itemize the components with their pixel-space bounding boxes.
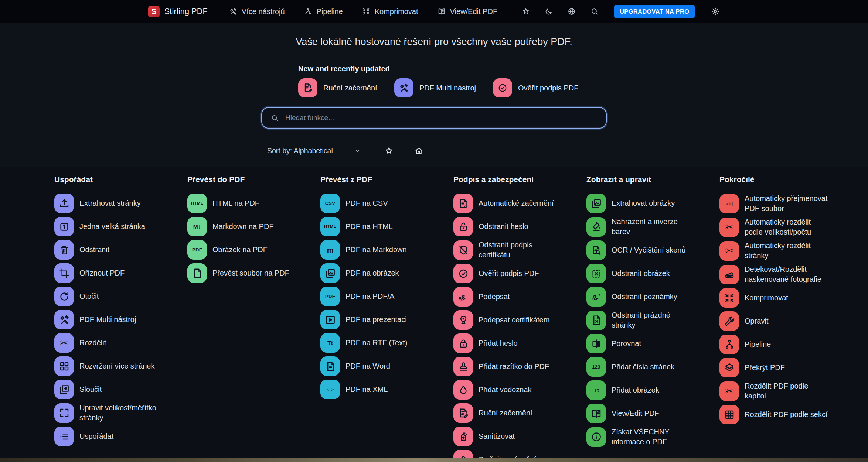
tool-item-ocr-cleanup[interactable]: OCR / Vyčištění skenů [586,240,719,260]
tool-item-detect-split-scans[interactable]: Detekovat/Rozdělit naskenované fotografi… [719,264,852,284]
nav-item-compress[interactable]: Komprimovat [362,7,418,16]
tool-item-add-watermark[interactable]: Přidat vodoznak [453,380,586,400]
tool-item-compress[interactable]: Komprimovat [719,288,852,308]
tool-item-verify-signature[interactable]: Ověřit podpis PDF [453,264,586,283]
featured-verify-signature[interactable]: Ověřit podpis PDF [493,78,578,97]
tool-item-add-page-numbers[interactable]: 123Přidat čísla stránek [586,357,719,377]
merge-icon [54,380,74,399]
moon-icon[interactable] [545,7,553,16]
tool-item-pdf-to-pdfa[interactable]: PDFPDF na PDF/A [320,287,453,306]
tool-item-add-stamp[interactable]: Přidat razítko do PDF [453,357,586,376]
tool-item-crop-pdf[interactable]: Oříznout PDF [54,263,187,283]
tool-item-add-password[interactable]: Přidat heslo [453,333,586,353]
tool-item-merge[interactable]: Sloučit [54,380,187,399]
tool-item-remove-image[interactable]: Odstranit obrázek [586,264,719,283]
tool-item-remove-annotations[interactable]: Odstranit poznámky [586,287,719,307]
tool-label: Automaticky rozdělit podle velikosti/poč… [745,217,829,237]
tool-item-view-edit-pdf[interactable]: View/Edit PDF [586,404,719,423]
star-icon[interactable] [522,7,530,16]
pdf-to-csv-icon: CSV [320,194,340,213]
tool-item-manual-redact[interactable]: Ruční začernění [453,403,586,423]
tool-item-compare[interactable]: Porovnat [586,334,719,353]
remove-password-icon [453,217,473,236]
tool-item-overlay-pdf[interactable]: Překrýt PDF [719,358,852,377]
tool-item-pdf-to-image[interactable]: PDF na obrázek [320,263,453,283]
tool-item-pipeline[interactable]: Pipeline [719,335,852,354]
gear-icon[interactable] [711,7,720,16]
tool-item-split-by-chapters[interactable]: ✂Rozdělit PDF podle kapitol [719,381,852,401]
tool-item-auto-split-by-size[interactable]: ✂Automaticky rozdělit podle velikosti/po… [719,217,852,237]
tool-item-auto-redact[interactable]: AAutomatické začernění [453,194,586,213]
tool-item-remove-cert-signature[interactable]: Odstranit podpis certifikátu [453,240,586,260]
tool-item-remove-blank-pages[interactable]: Odstranit prázdné stránky [586,310,719,330]
tool-item-get-all-pdf-info[interactable]: Získat VŠECHNY informace o PDF [586,427,719,447]
tool-item-multi-page-layout[interactable]: Rozvržení více stránek [54,356,187,376]
column-title: Převést z PDF [320,175,453,184]
chevron-down-icon[interactable] [354,148,361,154]
single-large-page-icon [54,217,74,236]
nav-item-tools[interactable]: Více nástrojů [229,7,285,16]
nav-icon-buttons [522,7,599,16]
column-pokro-il-: Pokročiléab|Automaticky přejmenovat PDF … [719,175,852,462]
tool-item-multi-tool[interactable]: PDF Multi nástroj [54,310,187,329]
tool-item-sign-with-certificate[interactable]: Podepsat certifikátem [453,310,586,330]
auto-split-by-size-icon: ✂ [719,218,739,237]
brand[interactable]: S Stirling PDF [148,6,208,17]
tool-item-sanitize[interactable]: Sanitizovat [453,427,586,446]
manual-redact-icon [453,403,473,423]
tool-item-pdf-to-xml[interactable]: < >PDF na XML [320,380,453,399]
tools-glyph [399,83,409,93]
tool-item-sign[interactable]: Podepsat [453,287,586,307]
tool-label: Převést soubor na PDF [212,268,289,278]
merge-glyph [59,384,70,395]
tool-item-html-to-pdf[interactable]: HTMLHTML na PDF [187,194,320,213]
favorites-star-icon[interactable] [384,146,394,155]
tool-item-add-image[interactable]: TtPřidat obrázek [586,380,719,400]
upgrade-pro-button[interactable]: UPGRADOVAT NA PRO [614,5,695,18]
tool-item-organize[interactable]: Uspořádat [54,427,187,446]
tool-item-single-large-page[interactable]: Jedna velká stránka [54,217,187,236]
tool-item-pdf-to-markdown[interactable]: mPDF na Markdown [320,240,453,260]
search-input[interactable] [285,113,597,122]
tool-item-extract-pages[interactable]: Extrahovat stránky [54,194,187,213]
tool-item-adjust-page-scale[interactable]: Upravit velikost/měřítko stránky [54,403,187,423]
tool-label: Obrázek na PDF [212,245,268,255]
home-icon[interactable] [414,146,423,155]
tool-item-markdown-to-pdf[interactable]: M↓Markdown na PDF [187,217,320,236]
featured-multi-tool[interactable]: PDF Multi nástroj [394,78,476,97]
search-icon[interactable] [590,7,599,16]
tool-item-auto-split-pages[interactable]: ✂Automaticky rozdělit stránky [719,241,852,261]
tool-item-rotate[interactable]: Otočit [54,287,187,306]
tool-item-auto-rename[interactable]: ab|Automaticky přejmenovat PDF soubor [719,194,852,213]
globe-icon[interactable] [568,7,576,16]
sort-by-label[interactable]: Sort by: Alphabetical [267,147,333,155]
search-box[interactable] [261,107,607,129]
tool-list: CSVPDF na CSVHTMLPDF na HTMLmPDF na Mark… [320,194,453,399]
column-uspo-dat: UspořádatExtrahovat stránkyJedna velká s… [54,175,187,462]
tool-item-remove-password[interactable]: Odstranit heslo [453,217,586,236]
featured-manual-redact[interactable]: Ruční začernění [298,78,377,97]
tool-item-pdf-to-csv[interactable]: CSVPDF na CSV [320,194,453,213]
image-to-pdf-icon: PDF [187,240,207,260]
tool-item-pdf-to-html[interactable]: HTMLPDF na HTML [320,217,453,236]
sign-icon [453,287,473,307]
ocr-glyph [591,245,602,256]
icon-glyph: ✂ [60,338,68,348]
tool-item-split[interactable]: ✂Rozdělit [54,333,187,353]
tool-item-remove-pages[interactable]: Odstranit [54,240,187,260]
tool-label: Jedna velká stránka [79,222,145,232]
tool-list: Extrahovat obrázkyNahrazení a inverze ba… [586,194,719,447]
tool-item-split-by-sections[interactable]: Rozdělit PDF podle sekcí [719,405,852,424]
auto-rename-icon: ab| [719,194,739,213]
tool-item-extract-images[interactable]: Extrahovat obrázky [586,194,719,213]
tool-item-repair[interactable]: Opravit [719,311,852,331]
nav-item-pipeline[interactable]: Pipeline [304,7,343,16]
tool-item-file-to-pdf[interactable]: Převést soubor na PDF [187,263,320,283]
tool-item-image-to-pdf[interactable]: PDFObrázek na PDF [187,240,320,260]
remove-cert-signature-icon [453,240,473,260]
nav-item-book[interactable]: View/Edit PDF [438,7,498,16]
tool-item-pdf-to-rtf[interactable]: TtPDF na RTF (Text) [320,333,453,353]
tool-item-replace-invert-colors[interactable]: Nahrazení a inverze barev [586,217,719,237]
tool-item-pdf-to-presentation[interactable]: PDF na prezentaci [320,310,453,329]
tool-item-pdf-to-word[interactable]: PDF na Word [320,356,453,376]
